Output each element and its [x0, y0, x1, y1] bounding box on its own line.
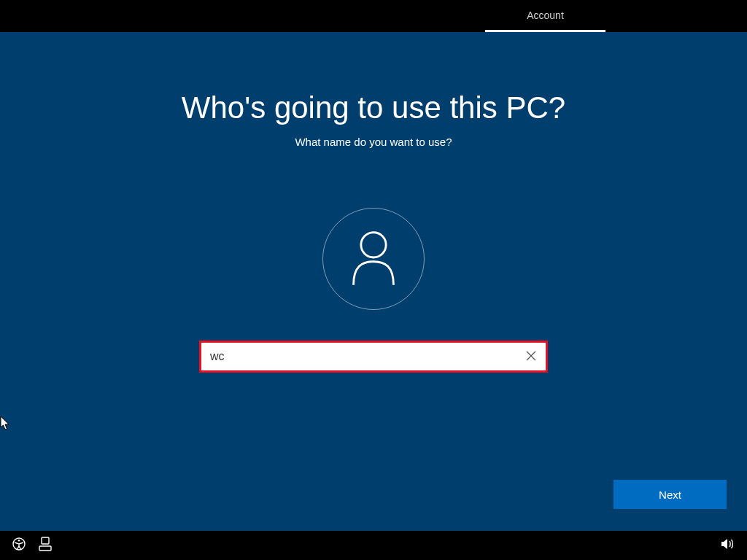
next-button[interactable]: Next: [614, 480, 727, 509]
person-icon: [348, 228, 399, 289]
next-button-label: Next: [659, 489, 681, 501]
keyboard-ime-icon: [39, 537, 52, 554]
close-icon: [526, 349, 536, 365]
ease-of-access-icon: [12, 537, 26, 553]
username-input[interactable]: [201, 343, 516, 370]
svg-rect-6: [39, 546, 51, 551]
bottom-bar: [0, 531, 747, 560]
tab-account-label: Account: [527, 9, 564, 21]
volume-icon: [721, 537, 735, 553]
clear-input-button[interactable]: [516, 343, 546, 370]
page-subtitle: What name do you want to use?: [0, 136, 747, 148]
top-bar: Account: [0, 0, 747, 32]
ease-of-access-button[interactable]: [6, 531, 32, 560]
username-input-wrapper: [199, 341, 548, 373]
page-title: Who's going to use this PC?: [0, 32, 747, 125]
ime-button[interactable]: [32, 531, 58, 560]
volume-button[interactable]: [715, 531, 741, 560]
svg-point-4: [18, 540, 20, 542]
main-content: Who's going to use this PC? What name do…: [0, 32, 747, 531]
tab-account[interactable]: Account: [485, 0, 605, 32]
svg-point-0: [361, 233, 386, 257]
avatar: [322, 208, 425, 310]
svg-rect-5: [42, 537, 49, 544]
